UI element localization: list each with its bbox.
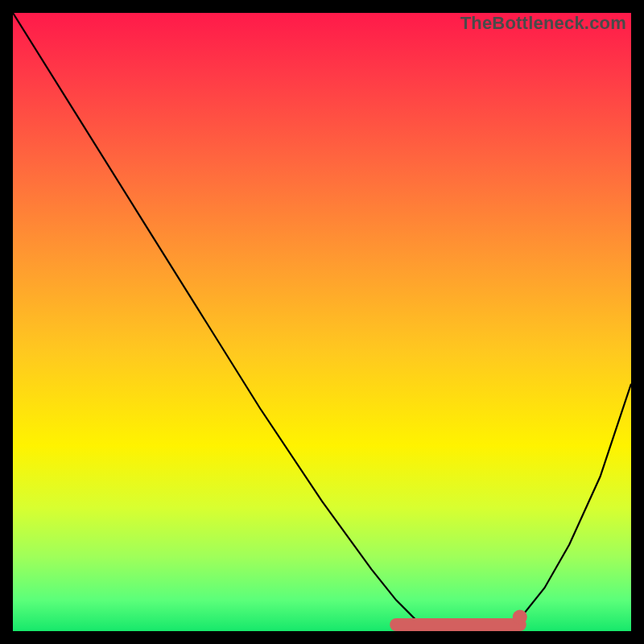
- chart-svg: [13, 13, 631, 631]
- bottleneck-curve: [13, 13, 631, 631]
- chart-frame: TheBottleneck.com: [0, 0, 644, 644]
- chart-plot-area: TheBottleneck.com: [13, 13, 631, 631]
- optimal-point-marker: [513, 610, 527, 625]
